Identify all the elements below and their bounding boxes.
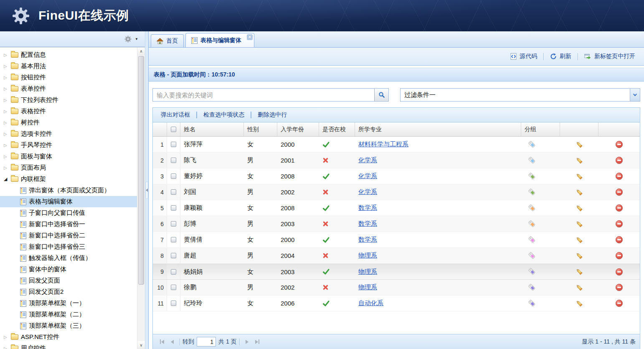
- sidebar-item[interactable]: 弹出窗体（本页面或父页面）: [0, 185, 137, 196]
- search-input[interactable]: [153, 89, 374, 101]
- edit-pencil-icon[interactable]: [576, 189, 583, 196]
- tree-expand-icon[interactable]: ▷: [4, 120, 11, 125]
- tree-expand-icon[interactable]: ▷: [4, 132, 11, 136]
- sidebar-item[interactable]: ▷ 用户控件: [0, 343, 137, 349]
- row-checkbox[interactable]: [171, 301, 176, 306]
- tree-expand-icon[interactable]: ▷: [4, 87, 11, 91]
- tree-expand-icon[interactable]: ▷: [4, 109, 11, 114]
- dropdown-trigger-button[interactable]: [630, 89, 640, 101]
- sidebar-scrollbar[interactable]: ∧ ∨: [137, 47, 145, 349]
- scrollbar-track[interactable]: [137, 55, 145, 341]
- sidebar-item[interactable]: ▷ 配置信息: [0, 49, 137, 61]
- delete-row-button[interactable]: [616, 300, 623, 307]
- sidebar-item[interactable]: ▷ 按钮控件: [0, 72, 137, 83]
- sidebar-item[interactable]: 新窗口中选择省份三: [0, 241, 137, 252]
- first-page-button[interactable]: [157, 337, 167, 346]
- sidebar-item[interactable]: ▷ 下拉列表控件: [0, 94, 137, 106]
- sidebar-item[interactable]: ▷ 表单控件: [0, 83, 137, 94]
- sidebar-item[interactable]: ◢ 内联框架: [0, 173, 137, 185]
- page-number-input[interactable]: [197, 337, 216, 346]
- delete-row-button[interactable]: [616, 189, 623, 196]
- major-link[interactable]: 数学系: [358, 236, 377, 244]
- tree-expand-icon[interactable]: ◢: [4, 176, 11, 182]
- edit-pencil-icon[interactable]: [576, 300, 583, 307]
- header-enrolled[interactable]: 是否在校: [319, 122, 355, 136]
- major-link[interactable]: 数学系: [358, 220, 377, 228]
- prev-page-button[interactable]: [167, 337, 177, 346]
- tree-expand-icon[interactable]: ▷: [4, 346, 11, 349]
- edit-pencil-icon[interactable]: [576, 252, 583, 260]
- row-checkbox[interactable]: [171, 158, 176, 163]
- delete-row-button[interactable]: [616, 173, 623, 180]
- sidebar-item[interactable]: 窗体中的窗体: [0, 264, 137, 275]
- row-checkbox[interactable]: [171, 269, 176, 275]
- row-checkbox[interactable]: [171, 221, 176, 227]
- last-page-button[interactable]: [252, 337, 262, 346]
- header-group[interactable]: 分组: [521, 122, 560, 136]
- delete-row-button[interactable]: [616, 284, 623, 291]
- sidebar-item[interactable]: 顶部菜单框架（一）: [0, 298, 137, 309]
- edit-pencil-icon[interactable]: [576, 284, 583, 291]
- edit-pencil-icon[interactable]: [576, 236, 583, 244]
- tree-expand-icon[interactable]: ▷: [4, 64, 11, 69]
- sidebar-item[interactable]: ▷ 页面布局: [0, 162, 137, 173]
- close-tab-icon[interactable]: ×: [247, 34, 253, 40]
- row-checkbox[interactable]: [171, 189, 176, 195]
- major-link[interactable]: 物理系: [358, 252, 377, 260]
- major-link[interactable]: 化学系: [358, 156, 377, 164]
- sidebar-item[interactable]: 表格与编辑窗体: [0, 196, 137, 207]
- sidebar-item[interactable]: 顶部菜单框架（三）: [0, 320, 137, 331]
- sidebar-item[interactable]: 触发器输入框（传值）: [0, 252, 137, 264]
- delete-row-button[interactable]: [616, 157, 623, 164]
- sidebar-item[interactable]: 新窗口中选择省份二: [0, 230, 137, 241]
- tree-expand-icon[interactable]: ▷: [4, 154, 11, 159]
- tab-home[interactable]: 首页: [151, 34, 184, 47]
- tree-expand-icon[interactable]: ▷: [4, 98, 11, 102]
- sidebar-item[interactable]: 子窗口向父窗口传值: [0, 207, 137, 219]
- refresh-button[interactable]: 刷新: [545, 51, 577, 62]
- header-major[interactable]: 所学专业: [355, 122, 521, 136]
- edit-pencil-icon[interactable]: [576, 268, 583, 275]
- sidebar-item[interactable]: 回发父页面: [0, 275, 137, 286]
- row-checkbox[interactable]: [171, 173, 176, 179]
- sidebar-item[interactable]: ▷ ASP.NET控件: [0, 331, 137, 343]
- header-year[interactable]: 入学年份: [277, 122, 319, 136]
- tree-expand-icon[interactable]: ▷: [4, 143, 11, 148]
- edit-pencil-icon[interactable]: [576, 173, 583, 180]
- major-link[interactable]: 物理系: [358, 283, 377, 291]
- sidebar-item[interactable]: 回发父页面2: [0, 286, 137, 298]
- edit-pencil-icon[interactable]: [576, 157, 583, 164]
- scrollbar-up-arrow[interactable]: ∧: [137, 47, 145, 55]
- next-page-button[interactable]: [242, 337, 252, 346]
- delete-row-button[interactable]: [616, 204, 623, 211]
- tree-expand-icon[interactable]: ▷: [4, 335, 11, 339]
- delete-row-button[interactable]: [616, 252, 623, 259]
- check-selected-button[interactable]: 检查选中项状态: [197, 111, 251, 119]
- edit-pencil-icon[interactable]: [576, 204, 583, 212]
- scrollbar-down-arrow[interactable]: ∨: [137, 341, 145, 349]
- delete-row-button[interactable]: [616, 220, 623, 227]
- row-checkbox[interactable]: [171, 253, 176, 258]
- header-gender[interactable]: 性别: [244, 122, 277, 136]
- delete-row-button[interactable]: [616, 268, 623, 275]
- gear-icon[interactable]: [124, 36, 132, 43]
- row-checkbox[interactable]: [171, 205, 176, 211]
- sidebar-item[interactable]: ▷ 基本用法: [0, 61, 137, 72]
- source-code-button[interactable]: 源代码: [505, 51, 543, 62]
- sidebar-item[interactable]: 新窗口中选择省份一: [0, 219, 137, 230]
- scrollbar-thumb[interactable]: [138, 56, 144, 285]
- tree-expand-icon[interactable]: ▷: [4, 53, 11, 57]
- tab-grid-edit-window[interactable]: 表格与编辑窗体 ×: [185, 33, 254, 47]
- tree-expand-icon[interactable]: ▷: [4, 75, 11, 80]
- sidebar-item[interactable]: ▷ 手风琴控件: [0, 140, 137, 151]
- header-name[interactable]: 姓名: [180, 122, 244, 136]
- open-new-tab-button[interactable]: 新标签页中打开: [579, 51, 641, 62]
- sidebar-item[interactable]: 顶部菜单框架（二）: [0, 309, 137, 320]
- open-dialog-button[interactable]: 弹出对话框: [155, 111, 196, 119]
- tree-expand-icon[interactable]: ▷: [4, 166, 11, 170]
- edit-pencil-icon[interactable]: [576, 141, 583, 148]
- collapse-sidebar-handle[interactable]: [145, 181, 148, 199]
- edit-pencil-icon[interactable]: [576, 220, 583, 228]
- row-checkbox[interactable]: [171, 142, 176, 147]
- sidebar-item[interactable]: ▷ 面板与窗体: [0, 151, 137, 162]
